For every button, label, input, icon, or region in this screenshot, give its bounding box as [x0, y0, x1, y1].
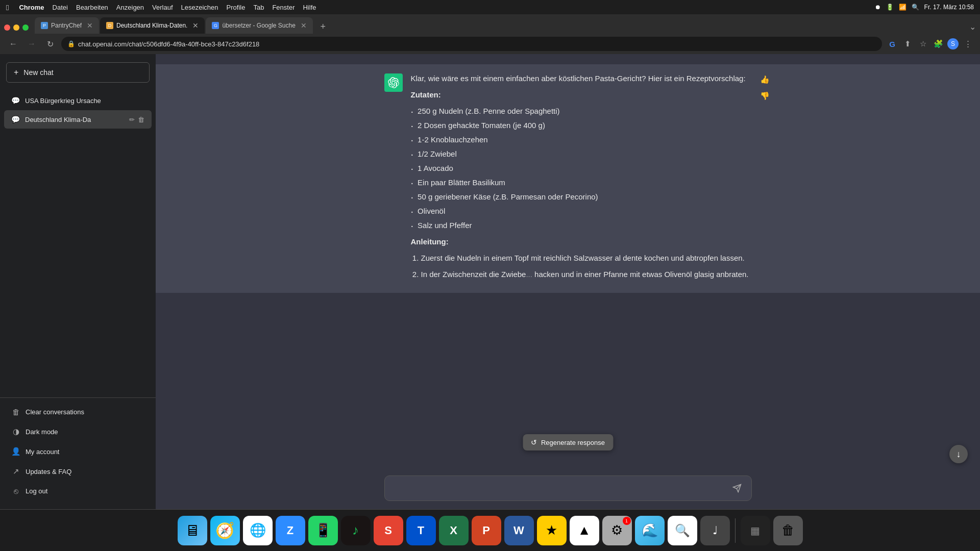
thumbs-up-button[interactable]: 👍 — [758, 72, 772, 87]
tab-pantry-chef[interactable]: P PantryChef ✕ — [35, 17, 99, 34]
chat-history-item-1[interactable]: 💬 USA Bürgerkrieg Ursache — [4, 91, 152, 110]
menubar-lesezeichen[interactable]: Lesezeichen — [181, 4, 218, 11]
list-item: 1 Avocado — [411, 162, 752, 174]
dock-monterey[interactable]: 🌊 — [635, 516, 665, 545]
thumbs-down-button[interactable]: 👎 — [758, 89, 772, 103]
menubar-app-name[interactable]: Chrome — [19, 4, 44, 11]
dock-chrome[interactable]: 🌐 — [243, 516, 273, 545]
chrome-icon: 🌐 — [250, 522, 266, 538]
dock-trello[interactable]: T — [406, 516, 436, 545]
dock-powerpoint[interactable]: P — [472, 516, 501, 545]
menubar-fenster[interactable]: Fenster — [272, 4, 295, 11]
message-header: Klar, wie wäre es mit einem einfachen ab… — [411, 72, 752, 85]
dock-bar: 🖥 🧭 🌐 Z 📱 ♪ S T X P W ★ ▲ ⚙ 1 🌊 🔍 — [0, 509, 980, 551]
edit-chat-icon[interactable]: ✏ — [129, 116, 135, 123]
menubar-search-icon[interactable]: 🔍 — [912, 4, 919, 11]
address-bar[interactable]: 🔒 chat.openai.com/chat/c506dfd6-4f9a-40f… — [61, 37, 882, 51]
list-item: 2 Dosen gehackte Tomaten (je 400 g) — [411, 119, 752, 132]
logout-icon: ⎋ — [11, 487, 20, 495]
sidebar: + New chat 💬 USA Bürgerkrieg Ursache 💬 D… — [0, 54, 156, 509]
menubar-hilfe[interactable]: Hilfe — [303, 4, 316, 11]
profile-icon[interactable]: S — [947, 38, 959, 49]
dock-excel[interactable]: X — [439, 516, 469, 545]
share-icon[interactable]: ⬆ — [901, 38, 914, 50]
menubar-datei[interactable]: Datei — [53, 4, 68, 11]
app-body: + New chat 💬 USA Bürgerkrieg Ursache 💬 D… — [0, 54, 980, 509]
google-icon[interactable]: G — [886, 38, 898, 50]
my-account-item[interactable]: 👤 My account — [4, 442, 152, 461]
clear-conversations-item[interactable]: 🗑 Clear conversations — [4, 403, 152, 421]
delete-chat-icon[interactable]: 🗑 — [138, 116, 144, 123]
dock-finder[interactable]: 🖥 — [178, 516, 207, 545]
dock-safari[interactable]: 🧭 — [210, 516, 240, 545]
tab3-close-icon[interactable]: ✕ — [301, 21, 307, 30]
menubar-datetime: Fr. 17. März 10:58 — [924, 4, 974, 11]
dock-system-prefs[interactable]: ⚙ 1 — [602, 516, 632, 545]
dark-mode-item[interactable]: ◑ Dark mode — [4, 422, 152, 441]
dock-todoist[interactable]: S — [374, 516, 403, 545]
send-button[interactable] — [730, 481, 744, 495]
new-tab-button[interactable]: + — [316, 19, 330, 34]
menubar-verlauf[interactable]: Verlauf — [152, 4, 173, 11]
lock-icon: 🔒 — [67, 40, 75, 47]
apple-menu[interactable]:  — [6, 3, 9, 12]
url-text[interactable]: chat.openai.com/chat/c506dfd6-4f9a-40ff-… — [78, 40, 259, 48]
menubar-tab[interactable]: Tab — [253, 4, 264, 11]
dock-word[interactable]: W — [504, 516, 534, 545]
reload-button[interactable]: ↻ — [43, 37, 57, 51]
monterey-icon: 🌊 — [642, 522, 658, 538]
chat-area: Klar, wie wäre es mit einem einfachen ab… — [156, 54, 980, 509]
chat-history-item-2[interactable]: 💬 Deutschland Klima-Da ✏ 🗑 — [4, 110, 152, 129]
dock-zoom[interactable]: Z — [276, 516, 305, 545]
dock-audio[interactable]: ♩ — [700, 516, 730, 545]
dock-drive[interactable]: ▲ — [570, 516, 599, 545]
dock-cleanmymac[interactable]: 🔍 — [668, 516, 697, 545]
whatsapp-icon: 📱 — [315, 522, 331, 538]
dock-whatsapp[interactable]: 📱 — [308, 516, 338, 545]
zoom-icon: Z — [287, 524, 293, 537]
send-icon — [732, 484, 742, 493]
menubar-bearbeiten[interactable]: Bearbeiten — [76, 4, 108, 11]
regenerate-tooltip[interactable]: ↺ Regenerate response — [523, 434, 613, 450]
plus-icon: + — [14, 68, 18, 77]
dock-spotify[interactable]: ♪ — [341, 516, 371, 545]
toolbar-icons: G ⬆ ☆ 🧩 S ⋮ — [886, 38, 974, 50]
notes-icon: ★ — [546, 522, 557, 538]
scroll-down-button[interactable]: ↓ — [949, 445, 968, 463]
tab2-close-icon[interactable]: ✕ — [192, 21, 199, 30]
bookmark-icon[interactable]: ☆ — [917, 38, 929, 50]
chat-input[interactable] — [392, 482, 730, 494]
list-item: 1/2 Zwiebel — [411, 148, 752, 160]
safari-icon: 🧭 — [215, 521, 234, 539]
minimize-window-btn[interactable] — [13, 24, 19, 31]
message-row-assistant: Klar, wie wäre es mit einem einfachen ab… — [156, 64, 980, 293]
sidebar-bottom: 🗑 Clear conversations ◑ Dark mode 👤 My a… — [0, 397, 156, 505]
back-button[interactable]: ← — [6, 37, 20, 51]
tab-list-icon[interactable]: ⌄ — [969, 22, 976, 32]
menubar:  Chrome Datei Bearbeiten Anzeigen Verla… — [0, 0, 980, 14]
new-chat-button[interactable]: + New chat — [6, 62, 150, 83]
close-window-btn[interactable] — [4, 24, 10, 31]
menubar-anzeigen[interactable]: Anzeigen — [116, 4, 144, 11]
my-account-label: My account — [26, 448, 59, 456]
browser-chrome: P PantryChef ✕ D Deutschland Klima-Daten… — [0, 14, 980, 54]
dock-notes[interactable]: ★ — [537, 516, 567, 545]
menubar-profile[interactable]: Profile — [227, 4, 246, 11]
dock-trash[interactable]: 🗑 — [773, 516, 803, 545]
excel-icon: X — [450, 524, 457, 537]
tab-deutschland-klima[interactable]: D Deutschland Klima-Daten. ✕ — [100, 17, 205, 34]
more-icon[interactable]: ⋮ — [962, 38, 974, 50]
dock-spaces[interactable]: ▦ — [741, 516, 770, 545]
forward-button[interactable]: → — [24, 37, 39, 51]
updates-faq-item[interactable]: ↗ Updates & FAQ — [4, 462, 152, 481]
logout-item[interactable]: ⎋ Log out — [4, 482, 152, 500]
menubar-record-icon: ⏺ — [875, 4, 881, 11]
tab1-close-icon[interactable]: ✕ — [87, 21, 93, 30]
list-item: Olivenöl — [411, 205, 752, 217]
tab-bar: P PantryChef ✕ D Deutschland Klima-Daten… — [0, 14, 980, 34]
maximize-window-btn[interactable] — [22, 24, 29, 31]
tab-uebersetzer[interactable]: G übersetzer - Google Suche ✕ — [206, 17, 312, 34]
extensions-icon[interactable]: 🧩 — [932, 38, 944, 50]
chat-messages: Klar, wie wäre es mit einem einfachen ab… — [156, 54, 980, 469]
drive-icon: ▲ — [578, 522, 591, 538]
